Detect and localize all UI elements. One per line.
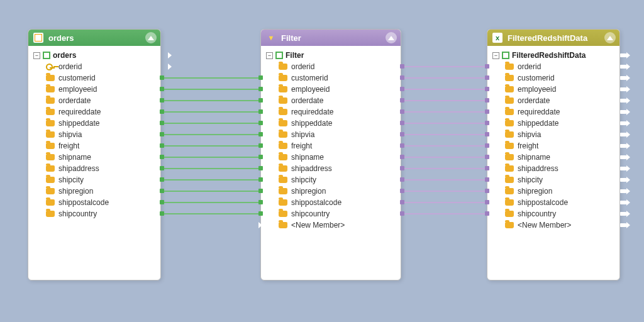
field-row[interactable]: shipregion — [490, 186, 617, 197]
field-row[interactable]: shipvia — [490, 129, 617, 140]
output-port[interactable] — [620, 99, 626, 103]
mapping-link[interactable] — [402, 100, 487, 101]
field-row[interactable]: requireddate — [490, 106, 617, 118]
field-row[interactable]: shippostalcode — [31, 197, 158, 208]
mapping-link[interactable] — [162, 77, 260, 79]
mapping-link[interactable] — [402, 77, 487, 79]
collapse-icon[interactable] — [145, 32, 157, 43]
output-port[interactable] — [620, 178, 626, 182]
mapping-link[interactable] — [402, 145, 487, 147]
new-member-row[interactable]: <New Member> — [264, 219, 398, 231]
mapping-link[interactable] — [402, 213, 487, 214]
field-row[interactable]: shipregion — [31, 186, 158, 197]
expander-icon[interactable]: − — [266, 52, 273, 59]
output-port[interactable] — [620, 167, 626, 170]
node-orders[interactable]: orders − orders orderidcustomeridemploye… — [28, 29, 161, 280]
field-row[interactable]: freight — [31, 140, 158, 152]
field-row[interactable]: shipvia — [264, 129, 398, 140]
output-port[interactable] — [620, 223, 626, 227]
field-row[interactable]: shipcity — [490, 174, 617, 186]
node-filter-header[interactable]: ▼ Filter — [261, 30, 401, 46]
mapping-link[interactable] — [402, 66, 487, 67]
field-row[interactable]: shipaddress — [31, 163, 158, 174]
field-row[interactable]: shipregion — [264, 186, 398, 197]
mapping-link[interactable] — [162, 168, 260, 169]
field-row[interactable]: shipvia — [31, 129, 158, 140]
field-row[interactable]: customerid — [264, 72, 398, 84]
field-row[interactable]: shippostalcode — [490, 197, 617, 208]
mapping-link[interactable] — [162, 191, 260, 192]
tree-root[interactable]: − FilteredRedshiftData — [490, 50, 617, 61]
field-row[interactable]: orderdate — [264, 95, 398, 106]
field-row[interactable]: employeeid — [264, 84, 398, 95]
field-row[interactable]: orderid — [264, 61, 398, 72]
mapping-link[interactable] — [402, 202, 487, 203]
mapping-link[interactable] — [402, 179, 487, 180]
mapping-link[interactable] — [402, 191, 487, 192]
mapping-link[interactable] — [402, 123, 487, 124]
new-member-row[interactable]: <New Member> — [490, 219, 617, 231]
field-row[interactable]: requireddate — [264, 106, 398, 118]
mapping-link[interactable] — [402, 111, 487, 113]
mapping-link[interactable] — [162, 134, 260, 135]
mapping-link[interactable] — [162, 202, 260, 203]
field-row[interactable]: shipcity — [31, 174, 158, 186]
output-port[interactable] — [620, 201, 626, 204]
output-port[interactable] — [620, 155, 626, 159]
node-redshift[interactable]: x FilteredRedshiftData − FilteredRedshif… — [487, 29, 620, 280]
field-row[interactable]: shipaddress — [264, 163, 398, 174]
field-row[interactable]: shipcity — [264, 174, 398, 186]
field-row[interactable]: orderid — [31, 61, 158, 72]
field-row[interactable]: orderid — [490, 61, 617, 72]
node-redshift-header[interactable]: x FilteredRedshiftData — [487, 30, 619, 46]
mapping-link[interactable] — [162, 100, 260, 101]
field-row[interactable]: shippostalcode — [264, 197, 398, 208]
field-row[interactable]: shippeddate — [264, 118, 398, 129]
field-row[interactable]: requireddate — [31, 106, 158, 118]
output-port[interactable] — [252, 223, 258, 227]
field-row[interactable]: freight — [490, 140, 617, 152]
output-port[interactable] — [620, 76, 626, 80]
field-row[interactable]: shipcountry — [264, 208, 398, 219]
output-port[interactable] — [620, 53, 626, 57]
mapping-link[interactable] — [162, 179, 260, 180]
mapping-link[interactable] — [162, 123, 260, 124]
field-row[interactable]: orderdate — [490, 95, 617, 106]
output-port[interactable] — [620, 110, 626, 114]
mapping-link[interactable] — [162, 213, 260, 214]
output-port[interactable] — [620, 212, 626, 216]
field-row[interactable]: shipcountry — [490, 208, 617, 219]
node-orders-header[interactable]: orders — [28, 30, 160, 46]
output-port[interactable] — [620, 144, 626, 148]
field-row[interactable]: orderdate — [31, 95, 158, 106]
output-port[interactable] — [620, 121, 626, 125]
field-row[interactable]: freight — [264, 140, 398, 152]
expander-icon[interactable]: − — [492, 52, 499, 59]
mapping-link[interactable] — [162, 145, 260, 147]
field-row[interactable]: shipaddress — [490, 163, 617, 174]
field-row[interactable]: employeeid — [490, 84, 617, 95]
mapping-link[interactable] — [162, 157, 260, 158]
output-port[interactable] — [620, 87, 626, 91]
output-port[interactable] — [620, 189, 626, 193]
output-port[interactable] — [162, 53, 168, 57]
output-port[interactable] — [162, 65, 168, 69]
mapping-link[interactable] — [402, 168, 487, 169]
mapping-link[interactable] — [162, 111, 260, 113]
field-row[interactable]: customerid — [31, 72, 158, 84]
field-row[interactable]: customerid — [490, 72, 617, 84]
field-row[interactable]: shipcountry — [31, 208, 158, 219]
field-row[interactable]: shipname — [264, 152, 398, 163]
field-row[interactable]: employeeid — [31, 84, 158, 95]
field-row[interactable]: shipname — [31, 152, 158, 163]
mapping-link[interactable] — [402, 134, 487, 135]
collapse-icon[interactable] — [386, 32, 397, 43]
field-row[interactable]: shippeddate — [490, 118, 617, 129]
mapping-link[interactable] — [402, 157, 487, 158]
output-port[interactable] — [620, 133, 626, 136]
tree-root[interactable]: − Filter — [264, 50, 398, 61]
mapping-link[interactable] — [162, 89, 260, 90]
collapse-icon[interactable] — [604, 32, 616, 43]
node-filter[interactable]: ▼ Filter − Filter orderidcustomeridemplo… — [260, 29, 401, 280]
tree-root[interactable]: − orders — [31, 50, 158, 61]
